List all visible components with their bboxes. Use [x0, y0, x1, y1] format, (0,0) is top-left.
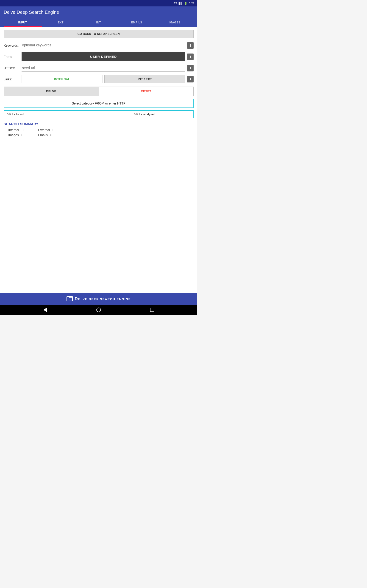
- search-summary-title: SEARCH SUMMARY: [4, 122, 194, 126]
- reset-button[interactable]: RESET: [99, 86, 194, 96]
- tab-input[interactable]: INPUT: [4, 18, 42, 27]
- main-content: GO BACK TO SETUP SCREEN Keywords: I From…: [0, 27, 197, 293]
- seed-url-input[interactable]: [22, 65, 185, 72]
- svg-rect-1: [69, 298, 71, 300]
- internal-summary: Internal 0: [8, 128, 31, 132]
- nav-bar: [0, 305, 197, 315]
- nav-home-button[interactable]: [96, 307, 101, 313]
- user-defined-button[interactable]: USER DEFINED: [22, 52, 185, 61]
- tab-emails[interactable]: EMAILS: [118, 18, 156, 27]
- app-title: Delve Deep Search Engine: [4, 10, 194, 15]
- tab-ext[interactable]: EXT: [42, 18, 80, 27]
- footer-logo-icon: [67, 296, 73, 301]
- links-row: Links: INTERNAL INT / EXT I: [4, 75, 194, 83]
- summary-row-1: Internal 0 External 0: [8, 128, 194, 132]
- keywords-info-button[interactable]: I: [187, 42, 194, 49]
- status-message: Select category FROM or enter HTTP: [4, 99, 194, 108]
- keywords-input[interactable]: [22, 42, 185, 49]
- action-row: DELVE RESET: [4, 86, 194, 96]
- from-row: From: USER DEFINED I: [4, 52, 194, 61]
- from-label: From:: [4, 55, 20, 59]
- http-info-button[interactable]: I: [187, 65, 194, 71]
- links-count-row: 0 links found 0 links analysed: [4, 110, 194, 118]
- links-analysed: 0 links analysed: [99, 112, 190, 116]
- app-footer: DELVE DEEP SEARCH ENGINE: [0, 293, 197, 305]
- images-summary: Images 0: [8, 133, 31, 137]
- links-found: 0 links found: [7, 112, 99, 116]
- http-row: HTTP:// I: [4, 65, 194, 72]
- keywords-row: Keywords: I: [4, 42, 194, 49]
- summary-grid: Internal 0 External 0 Images 0 Email: [4, 128, 194, 137]
- footer-text: DELVE DEEP SEARCH ENGINE: [75, 296, 131, 301]
- delve-button[interactable]: DELVE: [4, 86, 99, 96]
- int-ext-option[interactable]: INT / EXT: [104, 75, 185, 83]
- nav-back-button[interactable]: [42, 307, 48, 313]
- http-label: HTTP://: [4, 66, 20, 70]
- summary-row-2: Images 0 Emails 0: [8, 133, 194, 137]
- tab-int[interactable]: INT: [80, 18, 118, 27]
- tab-images[interactable]: IMAGES: [156, 18, 194, 27]
- lte-icon: LTE: [173, 2, 177, 5]
- footer-logo: DELVE DEEP SEARCH ENGINE: [67, 296, 131, 301]
- from-info-button[interactable]: I: [187, 53, 194, 60]
- clock: 6:22: [189, 2, 194, 5]
- status-bar: LTE ▌▌ 🔋 6:22: [0, 0, 197, 6]
- battery-icon: 🔋: [184, 2, 187, 5]
- emails-summary: Emails 0: [38, 133, 61, 137]
- links-info-button[interactable]: I: [187, 76, 194, 82]
- go-back-button[interactable]: GO BACK TO SETUP SCREEN: [4, 30, 194, 38]
- keywords-label: Keywords:: [4, 44, 20, 47]
- tab-bar: INPUT EXT INT EMAILS IMAGES: [4, 18, 194, 27]
- nav-recents-button[interactable]: [149, 307, 155, 313]
- app-header: Delve Deep Search Engine INPUT EXT INT E…: [0, 6, 197, 27]
- signal-bars-icon: ▌▌: [179, 2, 183, 5]
- search-summary: SEARCH SUMMARY Internal 0 External 0 Ima…: [4, 122, 194, 137]
- links-label: Links:: [4, 78, 20, 81]
- external-summary: External 0: [38, 128, 61, 132]
- internal-option[interactable]: INTERNAL: [22, 75, 102, 83]
